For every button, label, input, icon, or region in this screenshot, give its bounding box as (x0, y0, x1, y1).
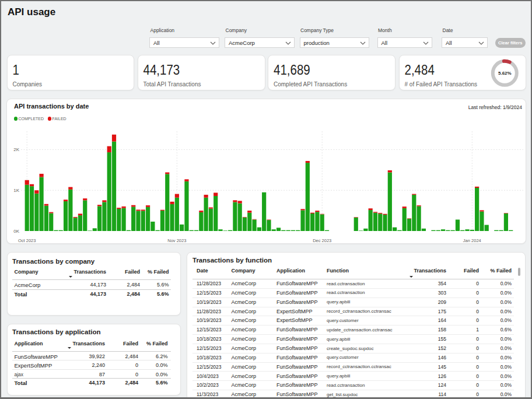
svg-text:Nov 2023: Nov 2023 (167, 238, 186, 243)
svg-text:Dec 2023: Dec 2023 (313, 238, 331, 243)
svg-text:Jan 2024: Jan 2024 (463, 238, 481, 243)
svg-text:1K: 1K (13, 187, 19, 192)
svg-text:Oct 2023: Oct 2023 (18, 238, 36, 243)
svg-text:0K: 0K (13, 228, 19, 233)
svg-text:2K: 2K (13, 146, 19, 152)
svg-text:5.62%: 5.62% (498, 71, 512, 76)
